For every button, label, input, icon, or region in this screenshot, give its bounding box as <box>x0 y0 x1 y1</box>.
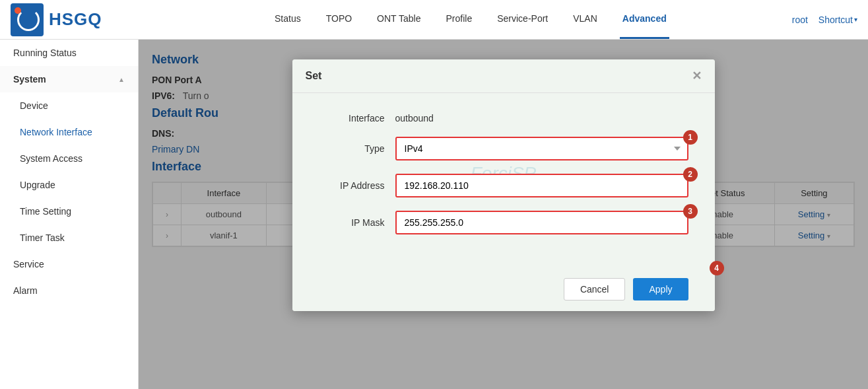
ip-address-input[interactable] <box>395 174 688 197</box>
logo-text: HSGQ <box>49 9 102 30</box>
logo-swirl-icon <box>17 9 40 31</box>
logo-icon <box>11 3 44 36</box>
type-field-label: Type <box>319 143 385 154</box>
modal-title: Set <box>306 70 322 82</box>
shortcut-arrow-icon: ▾ <box>854 16 857 23</box>
step-badge-4: 4 <box>710 261 724 275</box>
system-collapse-icon: ▲ <box>118 76 125 83</box>
modal-ip-mask-field: IP Mask 3 <box>319 211 688 234</box>
sidebar-item-service[interactable]: Service <box>0 251 138 277</box>
nav-right: root Shortcut ▾ <box>792 15 857 25</box>
main-nav: Status TOPO ONT Table Profile Service-Po… <box>149 0 792 39</box>
main-content: Network PON Port A IPV6: Turn o Default … <box>139 40 868 389</box>
nav-topo[interactable]: TOPO <box>323 0 354 39</box>
sidebar-item-system-access[interactable]: System Access <box>0 145 138 172</box>
sidebar-item-alarm[interactable]: Alarm <box>0 277 138 304</box>
nav-ont-table[interactable]: ONT Table <box>374 0 423 39</box>
logo-area: HSGQ <box>11 3 149 36</box>
modal-ip-address-field: IP Address 2 <box>319 174 688 197</box>
interface-field-value: outbound <box>395 113 434 124</box>
sidebar-item-timer-task[interactable]: Timer Task <box>0 225 138 251</box>
sidebar-item-time-setting[interactable]: Time Setting <box>0 198 138 225</box>
cancel-button[interactable]: Cancel <box>564 278 626 301</box>
nav-vlan[interactable]: VLAN <box>570 0 600 39</box>
top-nav: HSGQ Status TOPO ONT Table Profile Servi… <box>0 0 868 40</box>
nav-shortcut[interactable]: Shortcut ▾ <box>818 15 857 25</box>
sidebar-item-device[interactable]: Device <box>0 92 138 119</box>
step-badge-1: 1 <box>683 130 698 145</box>
ip-address-label: IP Address <box>319 180 385 191</box>
step-badge-3: 3 <box>683 204 698 219</box>
modal-body-inner: ForciSP Interface outbound Type IPv4 IPv… <box>319 113 688 234</box>
modal-interface-field: Interface outbound <box>319 113 688 124</box>
modal-set: Set ✕ ForciSP Interface outbound Type <box>292 59 715 311</box>
nav-advanced[interactable]: Advanced <box>620 0 669 39</box>
step-badge-2: 2 <box>683 167 698 182</box>
sidebar-item-system[interactable]: System ▲ <box>0 66 138 92</box>
interface-field-label: Interface <box>319 113 385 124</box>
sidebar-item-running-status[interactable]: Running Status <box>0 40 138 66</box>
modal-body: ForciSP Interface outbound Type IPv4 IPv… <box>292 93 715 267</box>
nav-profile[interactable]: Profile <box>444 0 475 39</box>
sidebar: Running Status System ▲ Device Network I… <box>0 40 139 389</box>
nav-user: root <box>792 15 808 25</box>
ip-mask-input[interactable] <box>395 211 688 234</box>
modal-footer: Cancel Apply 4 <box>292 267 715 311</box>
ip-mask-label: IP Mask <box>319 217 385 228</box>
modal-close-button[interactable]: ✕ <box>692 70 702 82</box>
nav-service-port[interactable]: Service-Port <box>494 0 551 39</box>
sidebar-item-network-interface[interactable]: Network Interface <box>0 119 138 145</box>
nav-status[interactable]: Status <box>272 0 304 39</box>
sidebar-item-upgrade[interactable]: Upgrade <box>0 172 138 198</box>
layout: Running Status System ▲ Device Network I… <box>0 40 868 389</box>
type-select[interactable]: IPv4 IPv6 <box>395 137 688 160</box>
apply-button[interactable]: Apply <box>633 278 688 301</box>
modal-header: Set ✕ <box>292 59 715 93</box>
modal-overlay: Set ✕ ForciSP Interface outbound Type <box>139 40 868 389</box>
modal-type-field: Type IPv4 IPv6 1 <box>319 137 688 160</box>
